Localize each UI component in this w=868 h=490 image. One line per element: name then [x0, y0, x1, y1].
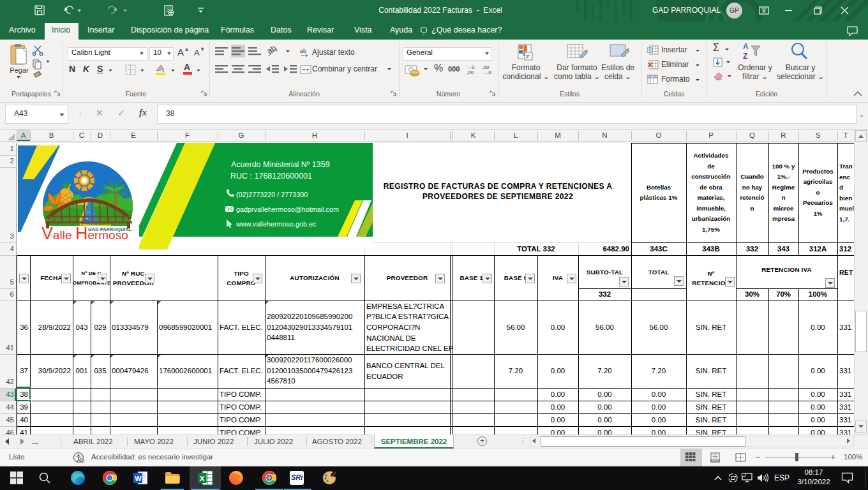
svg-text:ab: ab — [300, 48, 306, 54]
svg-text:Acuerdo Ministerial Nº 1359: Acuerdo Ministerial Nº 1359 — [231, 160, 330, 169]
svg-text:,00: ,00 — [467, 70, 474, 75]
svg-text:→,0: →,0 — [482, 70, 491, 75]
svg-text:(02)2773220 / 2773300: (02)2773220 / 2773300 — [236, 191, 308, 198]
svg-text:gadprvallehermoso@hotmail.com: gadprvallehermoso@hotmail.com — [236, 205, 339, 213]
svg-text:≠: ≠ — [526, 53, 530, 60]
svg-text:Z: Z — [743, 52, 747, 61]
svg-text:RUC : 1768120600001: RUC : 1768120600001 — [230, 172, 312, 181]
svg-text:www.vallehermoso.gob.ec: www.vallehermoso.gob.ec — [236, 220, 317, 228]
svg-text:W: W — [135, 475, 142, 482]
svg-text:X: X — [200, 475, 205, 482]
svg-text:A: A — [743, 42, 749, 51]
